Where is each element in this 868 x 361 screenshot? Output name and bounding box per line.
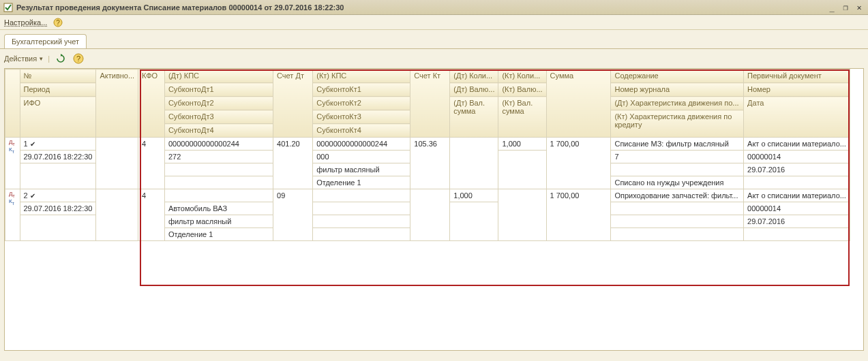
tabbar: Бухгалтерский учет [4,34,868,48]
col-kt-kps[interactable]: (Кт) КПС [313,69,410,83]
cell-sub-kt4: Отделение 1 [313,176,410,189]
col-dt-kol[interactable]: (Дт) Коли... [450,69,498,83]
col-sub-kt2[interactable]: СубконтоКт2 [313,97,410,110]
cell-kt-kps: 00000000000000244 [313,138,410,151]
app-icon [3,2,14,13]
cell-sub-kt2: 000 [313,151,410,163]
col-sub-dt3[interactable]: СубконтоДт3 [164,110,273,124]
cell-doc-no: 00000014 [744,151,850,163]
col-sub-kt4[interactable]: СубконтоКт4 [313,124,410,138]
toolbar: Действия ▼ | ? [0,48,868,68]
cell-content4: Списано на нужды учреждения [611,176,744,189]
col-kt-char[interactable]: (Кт) Характеристика движения по кредиту [611,110,744,138]
col-period[interactable]: Период [20,83,96,97]
cell-dt-kps: 00000000000000244 [164,138,273,151]
col-kt-val[interactable]: (Кт) Валю... [498,83,546,97]
cell-no: 2 [24,191,28,200]
dtkt-icon: ДтКт [9,191,16,206]
col-primary-doc[interactable]: Первичный документ [744,69,850,83]
col-date[interactable]: Дата [744,97,850,138]
col-icon[interactable] [5,69,20,138]
col-sub-kt3[interactable]: СубконтоКт3 [313,110,410,124]
check-icon [30,191,35,200]
cell-sub-dt2: 272 [164,151,273,163]
menubar: Настройка... ? [0,15,868,30]
refresh-icon[interactable] [54,52,68,65]
col-sum[interactable]: Сумма [546,69,611,138]
actions-label: Действия [4,54,37,63]
cell-sub-dt2: Автомобиль ВАЗ [164,202,273,215]
actions-menu-button[interactable]: Действия ▼ [4,54,44,63]
cell-period: 29.07.2016 18:22:30 [20,151,96,163]
col-content[interactable]: Содержание [611,69,744,83]
cell-doc: Акт о списании материало... [744,189,850,202]
col-schet-kt[interactable]: Счет Кт [410,69,450,138]
cell-doc: Акт о списании материало... [744,138,850,151]
settings-link[interactable]: Настройка... [4,18,47,27]
cell-schet-dt: 09 [273,189,313,241]
cell-sum: 1 700,00 [546,138,611,189]
cell-no: 1 [24,140,28,148]
minimize-button[interactable]: _ [826,2,838,13]
col-dt-val-sum[interactable]: (Дт) Вал. сумма [450,97,498,138]
check-icon [30,140,35,148]
cell-sub-dt4: Отделение 1 [164,228,273,241]
col-kt-kol[interactable]: (Кт) Коли... [498,69,546,83]
tab-accounting[interactable]: Бухгалтерский учет [4,34,87,48]
col-sub-dt1[interactable]: СубконтоДт1 [164,83,273,97]
maximize-button[interactable]: ❐ [839,2,852,13]
cell-sum: 1 700,00 [546,189,611,241]
cell-schet-dt: 401.20 [273,138,313,189]
col-sub-dt2[interactable]: СубконтоДт2 [164,97,273,110]
col-active[interactable]: Активно... [96,69,138,138]
cell-doc-date: 29.07.2016 [744,215,850,228]
col-no[interactable]: № [20,69,96,83]
cell-period: 29.07.2016 18:22:30 [20,202,96,215]
table-row[interactable]: ДтКт 2 4 09 1,000 1 700,00 Оприходование… [5,189,850,202]
col-kfo[interactable]: КФО [138,69,165,138]
cell-kfo: 4 [138,138,165,189]
data-grid: № Активно... КФО (Дт) КПС Счет Дт (Кт) К… [5,69,850,268]
cell-content: Оприходование запчастей: фильт... [611,189,744,202]
cell-sub-dt3: фильтр масляный [164,215,273,228]
cell-content: Списание МЗ: фильтр масляный [611,138,744,151]
col-dt-val[interactable]: (Дт) Валю... [450,83,498,97]
cell-sub-kt3: фильтр масляный [313,163,410,176]
cell-content2: 7 [611,151,744,163]
col-sub-kt1[interactable]: СубконтоКт1 [313,83,410,97]
help-toolbar-icon[interactable]: ? [72,52,85,65]
col-number[interactable]: Номер [744,83,850,97]
table-row[interactable]: ДтКт 1 4 00000000000000244 401.20 000000… [5,138,850,151]
svg-text:?: ? [57,19,61,27]
dtkt-icon: ДтКт [9,140,16,154]
cell-schet-kt: 105.36 [410,138,450,189]
cell-dt-kol: 1,000 [450,189,498,202]
col-journal-no[interactable]: Номер журнала [611,83,744,97]
grid-wrapper[interactable]: № Активно... КФО (Дт) КПС Счет Дт (Кт) К… [4,68,864,351]
cell-kfo: 4 [138,189,165,241]
window-title: Результат проведения документа Списание … [16,3,826,12]
cell-kt-kol: 1,000 [498,138,546,151]
col-dt-char[interactable]: (Дт) Характеристика движения по... [611,97,744,110]
col-ifo[interactable]: ИФО [20,97,96,138]
cell-doc-date: 29.07.2016 [744,163,850,176]
help-icon[interactable]: ? [51,16,65,29]
col-dt-kps[interactable]: (Дт) КПС [164,69,273,83]
chevron-down-icon: ▼ [38,56,44,62]
col-kt-val-sum[interactable]: (Кт) Вал. сумма [498,97,546,138]
col-schet-dt[interactable]: Счет Дт [273,69,313,138]
close-button[interactable]: ✕ [853,2,865,13]
svg-text:?: ? [76,54,80,63]
cell-doc-no: 00000014 [744,202,850,215]
col-sub-dt4[interactable]: СубконтоДт4 [164,124,273,138]
titlebar: Результат проведения документа Списание … [0,0,868,15]
